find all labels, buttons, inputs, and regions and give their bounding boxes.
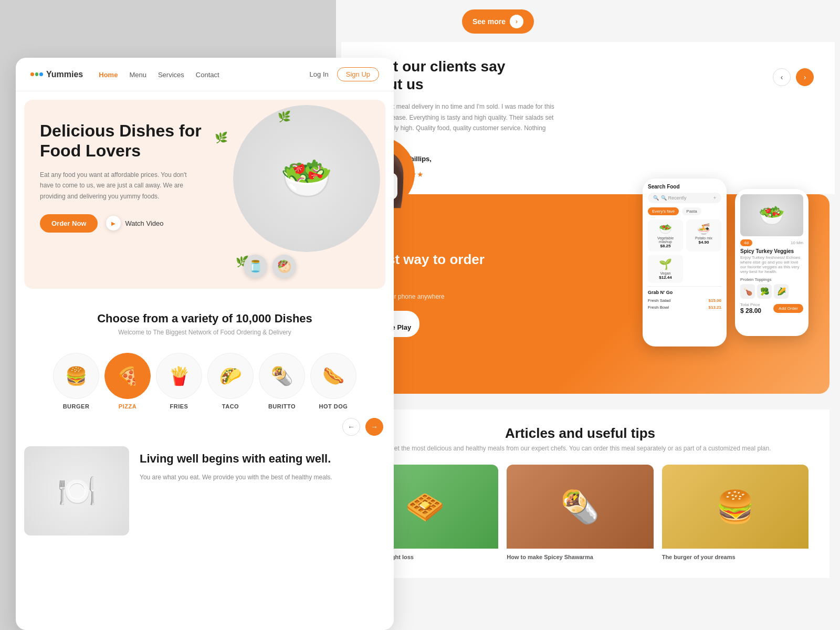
rating-badge: 4d xyxy=(740,239,752,246)
hero-food-image: 🥗 xyxy=(233,105,380,252)
article-card-3[interactable]: 🍔 The burger of your dreams xyxy=(662,465,808,562)
category-buritto[interactable]: 🌯 BURITTO xyxy=(259,353,305,410)
leaf-decoration-2: 🌿 xyxy=(215,131,228,144)
article-card-2[interactable]: 🌯 How to make Spicey Shawarma xyxy=(507,465,653,562)
category-hotdog[interactable]: 🌭 HOT DOG xyxy=(310,353,356,410)
watch-video-button[interactable]: ▶ Watch Video xyxy=(106,216,163,230)
phone-food-title: Spicy Turkey Veggies xyxy=(740,248,803,254)
wellness-text: Living well begins with eating well. You… xyxy=(140,446,332,482)
variety-title: Choose from a variety of 10,000 Dishes xyxy=(24,312,385,326)
hero-subtitle: Eat any food you want at affordable pric… xyxy=(40,170,187,202)
taco-icon-wrap: 🌮 xyxy=(207,353,254,399)
nav-contact[interactable]: Contact xyxy=(196,70,219,79)
logo-icon xyxy=(30,70,43,79)
nav-services[interactable]: Services xyxy=(158,70,184,79)
search-icon: 🔍 xyxy=(653,195,659,201)
phone-add-order-button[interactable]: Add Order xyxy=(773,304,803,313)
prev-button[interactable]: ← xyxy=(342,418,360,436)
phone-topping-images: 🍗 🥦 🌽 xyxy=(740,284,803,299)
next-button[interactable]: → xyxy=(365,418,383,436)
see-more-button[interactable]: See more › xyxy=(462,9,534,34)
watch-label: Watch Video xyxy=(125,219,163,227)
see-more-arrow-icon: › xyxy=(510,15,523,28)
logo-text: Yummies xyxy=(46,70,83,79)
topping-3: 🌽 xyxy=(774,284,789,299)
carousel-nav: ← → xyxy=(16,418,394,441)
category-pizza[interactable]: 🍕 PIZZA xyxy=(104,353,151,410)
pizza-label: PIZZA xyxy=(119,403,136,410)
pizza-icon-wrap: 🍕 xyxy=(104,353,151,399)
phone-categories: Every's fave Pasta xyxy=(648,207,721,215)
phone-food-3[interactable]: 🌱 Vegan $12.44 xyxy=(648,255,683,283)
hero-title: Delicious Dishes for Food Lovers xyxy=(40,121,208,161)
topping-2: 🥦 xyxy=(757,284,772,299)
login-button[interactable]: Log In xyxy=(310,70,329,78)
main-website-card: Yummies Home Menu Services Contact Log I… xyxy=(16,58,394,630)
topping-1: 🍗 xyxy=(740,284,755,299)
phone-toppings-label: Protein Toppings xyxy=(740,277,803,282)
nav-right: Log In Sign Up xyxy=(310,67,379,81)
phone-mockup-left: Search Food 🔍 🔍 Recently + Every's fave … xyxy=(643,178,727,346)
category-taco[interactable]: 🌮 TACO xyxy=(207,353,254,410)
logo: Yummies xyxy=(30,70,83,79)
nav-home[interactable]: Home xyxy=(99,70,118,79)
navbar: Yummies Home Menu Services Contact Log I… xyxy=(16,58,394,91)
phone-list-item-1[interactable]: Fresh Salad $15.00 xyxy=(648,298,721,303)
buritto-icon-wrap: 🌯 xyxy=(259,353,305,399)
article-label-3: The burger of your dreams xyxy=(662,549,808,562)
phone-left-header: Search Food xyxy=(648,184,721,190)
leaf-decoration-1: 🌿 xyxy=(278,110,291,123)
article-image-3: 🍔 xyxy=(662,465,808,549)
testimonial-nav: ‹ › xyxy=(773,68,814,86)
burger-icon-wrap: 🍔 xyxy=(53,353,99,399)
app-section: Fastest way to order food Order from you… xyxy=(331,194,830,394)
variety-section: Choose from a variety of 10,000 Dishes W… xyxy=(16,297,394,344)
phone-cat-1[interactable]: Every's fave xyxy=(648,207,679,215)
phone-search-bar[interactable]: 🔍 🔍 Recently + xyxy=(648,193,721,203)
food-emoji-2: 🍜 xyxy=(689,223,718,235)
floating-food-items: 🫙 🥙 xyxy=(244,255,296,278)
time-badge: 10 Min xyxy=(791,240,803,245)
food-price-3: $12.44 xyxy=(651,275,680,280)
wellness-desc: You are what you eat. We provide you wit… xyxy=(140,472,332,482)
articles-subtitle: Get the most delicious and healthy meals… xyxy=(352,445,808,452)
order-now-button[interactable]: Order Now xyxy=(40,214,98,233)
phone-food-1[interactable]: 🥗 Vegetable mashup $8.25 xyxy=(648,219,683,251)
food-price-1: $8.25 xyxy=(651,244,680,248)
phone-total-price: Total Price $ 28.00 xyxy=(740,302,761,314)
phone-food-desc: Enjoy Turkey freshness! Echoes where els… xyxy=(740,255,803,274)
food-emoji-3: 🌱 xyxy=(651,258,680,270)
food-name-3: Vegan xyxy=(651,271,680,275)
category-burger[interactable]: 🍔 BURGER xyxy=(53,353,99,410)
see-more-label: See more xyxy=(472,17,506,26)
phone-food-grid: 🥗 Vegetable mashup $8.25 🍜 Potato mix $4… xyxy=(648,219,721,283)
testimonial-prev-button[interactable]: ‹ xyxy=(773,68,791,86)
bottom-section: 🍽️ Living well begins with eating well. … xyxy=(16,441,394,541)
food-mini-2: 🥙 xyxy=(272,255,296,278)
burger-label: BURGER xyxy=(63,403,90,410)
food-mini-1: 🫙 xyxy=(244,255,267,278)
phone-price-row: Total Price $ 28.00 Add Order xyxy=(740,302,803,314)
taco-label: TACO xyxy=(222,403,239,410)
signup-button[interactable]: Sign Up xyxy=(337,67,379,81)
fries-label: FRIES xyxy=(170,403,188,410)
hero-section: Delicious Dishes for Food Lovers Eat any… xyxy=(24,100,385,289)
articles-grid: 🧇 Perfect for weight loss 🌯 How to make … xyxy=(352,465,808,562)
articles-section: Articles and useful tips Get the most de… xyxy=(331,410,830,578)
fries-icon-wrap: 🍟 xyxy=(156,353,202,399)
variety-subtitle: Welcome to The Biggest Network of Food O… xyxy=(24,329,385,336)
buritto-label: BURITTO xyxy=(268,403,296,410)
phone-food-2[interactable]: 🍜 Potato mix $4.90 xyxy=(686,219,721,251)
category-fries[interactable]: 🍟 FRIES xyxy=(156,353,202,410)
phones-container: Search Food 🔍 🔍 Recently + Every's fave … xyxy=(643,178,808,346)
nav-menu[interactable]: Menu xyxy=(129,70,146,79)
article-image-2: 🌯 xyxy=(507,465,653,549)
food-plate-image: 🍽️ xyxy=(24,446,129,536)
phone-list-item-2[interactable]: Fresh Bowl $13.21 xyxy=(648,305,721,310)
phone-cat-2[interactable]: Pasta xyxy=(682,207,701,215)
logo-dot-green xyxy=(35,72,39,76)
phone-mockup-right: 🥗 4d 10 Min Spicy Turkey Veggies Enjoy T… xyxy=(735,189,808,336)
articles-title: Articles and useful tips xyxy=(352,425,808,442)
phone-divider xyxy=(648,286,721,287)
testimonial-next-button[interactable]: › xyxy=(796,68,814,86)
